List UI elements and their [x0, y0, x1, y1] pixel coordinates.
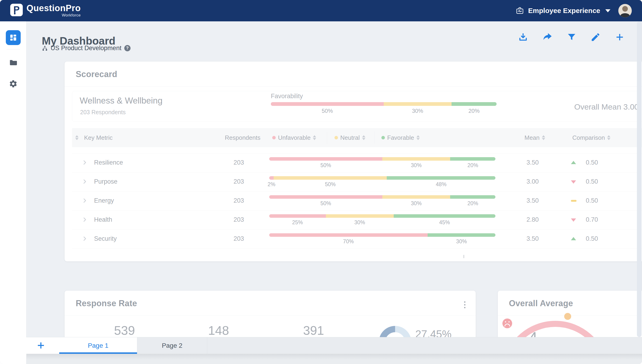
dashboard-toolbar — [518, 32, 625, 42]
metric-name[interactable]: Security — [94, 235, 117, 242]
vertical-scrollbar[interactable] — [637, 21, 641, 337]
widget-title: Scorecard — [76, 70, 117, 79]
favorability-block: Favorability 50%30%20% — [271, 92, 497, 115]
table-row[interactable]: Energy20350%30%20%3.500.50 — [72, 192, 642, 210]
dimension-name: Wellness & Wellbeing — [80, 96, 162, 106]
filter-button[interactable] — [567, 32, 576, 42]
edit-button[interactable] — [590, 32, 601, 42]
sort-icon[interactable] — [313, 135, 316, 140]
sort-icon — [75, 135, 79, 140]
bar-segment-neutral — [326, 214, 394, 218]
chevron-right-icon[interactable] — [81, 178, 88, 185]
logo-letter: P — [14, 5, 20, 14]
col-unfavorable[interactable]: Unfavorable — [272, 134, 316, 142]
bar-segment-label: 30% — [456, 238, 467, 245]
tab-page-2[interactable]: Page 2 — [137, 337, 207, 354]
sort-icon[interactable] — [542, 135, 545, 140]
chevron-down-icon — [605, 9, 610, 12]
table-row[interactable]: Security20370%30%3.500.50 — [72, 230, 642, 248]
top-navbar: P QuestionPro Workforce Employee Experie… — [0, 0, 642, 21]
trend-up-icon — [571, 237, 576, 240]
bar-segment-unfavorable — [269, 176, 274, 180]
favorability-bar-labels: 50%30%20% — [271, 108, 497, 115]
bar-segment-label: 30% — [411, 200, 422, 206]
sidebar-item-settings[interactable] — [6, 78, 21, 90]
trend-flat-icon — [571, 200, 576, 202]
chevron-right-icon[interactable] — [81, 159, 88, 166]
bar-segment-label: 30% — [354, 220, 365, 226]
app-window: P QuestionPro Workforce Employee Experie… — [0, 0, 642, 364]
chevron-right-icon[interactable] — [81, 235, 88, 242]
brand-text: QuestionPro Workforce — [27, 4, 81, 18]
metric-name[interactable]: Health — [94, 216, 112, 223]
add-widget-button[interactable] — [614, 32, 625, 42]
brand-logo[interactable]: P QuestionPro Workforce — [10, 4, 81, 18]
metric-distribution-bar — [269, 233, 495, 237]
avatar[interactable] — [618, 4, 632, 18]
table-row[interactable]: Purpose2032%50%48%3.000.50 — [72, 172, 642, 192]
widget-title: Response Rate — [76, 298, 137, 308]
col-favorable-label: Favorable — [387, 134, 414, 142]
metric-name[interactable]: Energy — [94, 197, 114, 204]
stat-value: 539 — [94, 323, 155, 338]
page-tab-bar: Page 1 Page 2 — [26, 337, 642, 354]
sidebar-divider — [7, 49, 20, 50]
metric-distribution-bar — [269, 195, 495, 199]
sidebar-item-dashboards[interactable] — [6, 30, 21, 45]
help-icon[interactable]: ? — [124, 45, 131, 51]
download-button[interactable] — [518, 32, 528, 42]
active-tab-underline — [59, 352, 137, 354]
bar-segment-label: 2% — [268, 181, 275, 188]
metric-distribution-bar — [269, 176, 495, 180]
bar-segment-label: 20% — [468, 108, 480, 114]
metric-respondents: 203 — [225, 178, 253, 185]
col-key-metric[interactable]: Key Metric — [84, 134, 113, 142]
bar-segment-unfavorable — [269, 233, 428, 237]
chevron-right-icon[interactable] — [81, 216, 88, 223]
scroll-indicator[interactable] — [464, 255, 464, 258]
left-sidebar — [0, 21, 27, 364]
sidebar-item-folders[interactable] — [6, 56, 21, 68]
bar-segment-label: 45% — [439, 220, 450, 226]
col-respondents[interactable]: Respondents — [225, 134, 253, 142]
sort-all-button[interactable] — [75, 135, 79, 140]
metric-comparison: 0.50 — [586, 178, 598, 185]
col-neutral[interactable]: Neutral — [334, 134, 365, 142]
avatar-torso — [620, 13, 630, 18]
bar-segment-neutral — [384, 102, 451, 106]
divider — [65, 86, 642, 86]
col-mean[interactable]: Mean — [524, 134, 545, 142]
sort-icon[interactable] — [362, 135, 365, 140]
metric-name[interactable]: Purpose — [94, 178, 118, 185]
metric-respondents: 203 — [225, 216, 253, 223]
brand-name: QuestionPro — [27, 4, 81, 13]
metric-distribution-bar — [269, 157, 495, 161]
product-switcher[interactable]: Employee Experience — [515, 6, 610, 15]
avatar-head — [622, 6, 628, 12]
metric-name[interactable]: Resilience — [94, 159, 123, 166]
scorecard-content: Scorecard Wellness & Wellbeing 203 Respo… — [65, 62, 642, 262]
add-page-button[interactable] — [36, 340, 46, 350]
questionpro-logo-icon: P — [10, 4, 23, 16]
main-content: My Dashboard US Product Development ? — [26, 21, 642, 364]
table-row[interactable]: Resilience20350%30%20%3.500.50 — [72, 153, 642, 172]
sort-icon[interactable] — [416, 135, 420, 140]
tab-page-1[interactable]: Page 1 — [59, 337, 137, 354]
bar-segment-unfavorable — [271, 102, 384, 106]
folder-icon — [9, 58, 18, 67]
trend-down-icon — [571, 180, 576, 184]
share-button[interactable] — [542, 32, 553, 42]
bar-segment-label: 70% — [343, 238, 354, 245]
stat-value: 148 — [188, 323, 249, 338]
column-divider — [375, 132, 375, 144]
overall-mean: Overall Mean 3.00 — [574, 102, 639, 112]
table-row[interactable]: Health20325%30%45%2.800.70 — [72, 210, 642, 230]
widget-menu-button[interactable] — [464, 301, 465, 308]
neutral-face-icon — [564, 313, 571, 320]
sort-icon[interactable] — [607, 135, 610, 140]
bar-segment-unfavorable — [269, 157, 382, 161]
bar-segment-label: 50% — [320, 162, 331, 168]
chevron-right-icon[interactable] — [81, 197, 88, 204]
col-comparison[interactable]: Comparison — [572, 134, 610, 142]
col-favorable[interactable]: Favorable — [381, 134, 420, 142]
